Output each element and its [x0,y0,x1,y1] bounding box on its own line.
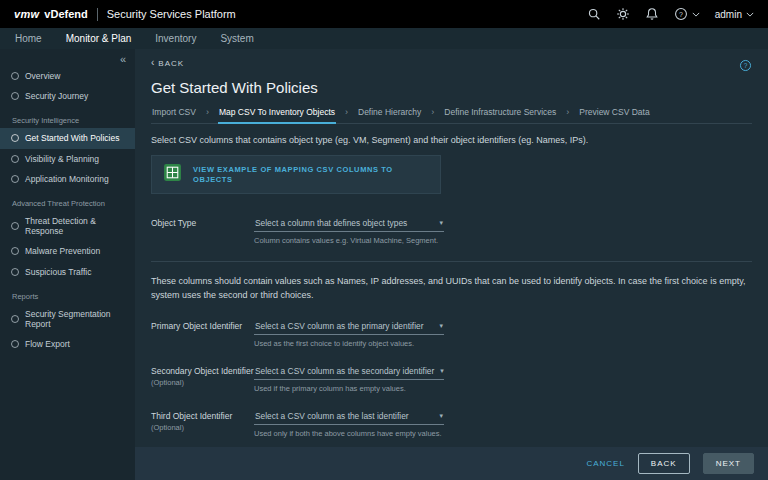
sidebar-item-label: Malware Prevention [25,246,100,256]
wizard-steps: Import CSV › Map CSV To Inventory Object… [151,107,752,124]
back-link-label: BACK [158,59,184,68]
user-name: admin [715,9,742,20]
object-type-select[interactable]: Select a column that defines object type… [254,216,444,232]
topbar: vmw vDefend Security Services Platform ? [0,0,768,28]
sidebar-item-label: Application Monitoring [25,174,109,184]
svg-text:?: ? [679,11,683,18]
flow-export-icon [11,340,19,348]
user-menu[interactable]: admin [715,9,754,20]
third-identifier-optional: (Optional) [151,423,254,432]
nav-item-home[interactable]: Home [15,33,42,44]
primary-identifier-helper: Used as the first choice to identify obj… [254,339,444,348]
nav-item-system[interactable]: System [220,33,253,44]
sidebar-collapse-button[interactable]: « [0,51,135,66]
sidebar-item-overview[interactable]: Overview [0,66,135,86]
back-button[interactable]: BACK [638,453,690,474]
chevron-down-icon [746,12,754,17]
primary-nav: Home Monitor & Plan Inventory System [0,28,768,49]
sidebar-item-get-started-with-policies[interactable]: Get Started With Policies [0,128,135,148]
object-type-label: Object Type [151,216,254,245]
app-root: vmw vDefend Security Services Platform ? [0,0,768,480]
sidebar-section-advanced-threat-protection: Advanced Threat Protection [0,189,135,211]
sidebar-item-security-journey[interactable]: Security Journey [0,86,135,106]
topbar-divider [97,8,98,21]
sidebar-section-security-intelligence: Security Intelligence [0,106,135,128]
chevron-down-icon: ▾ [439,219,443,227]
collapse-icon: « [120,54,126,65]
wizard-panel: ‹ BACK ? Get Started With Policies Impor… [135,49,768,447]
sidebar: « Overview Security Journey Security Int… [0,49,135,480]
mapping-form: Object Type Select a column that defines… [151,216,752,438]
page-body: « Overview Security Journey Security Int… [0,49,768,480]
chevron-down-icon: ▾ [439,322,443,330]
sidebar-item-label: Get Started With Policies [25,133,119,143]
vmware-logo: vmw [14,8,39,20]
chevron-down-icon: ▾ [440,367,444,375]
chevron-right-icon: › [566,107,569,123]
back-link[interactable]: ‹ BACK [151,58,184,68]
third-identifier-helper: Used only if both the above columns have… [254,429,444,438]
secondary-identifier-helper: Used if the primary column has empty val… [254,384,444,393]
brand-name: vDefend [44,8,87,20]
step-preview-csv-data[interactable]: Preview CSV Data [578,107,650,123]
bell-icon[interactable] [645,7,659,21]
visibility-icon [11,155,19,163]
sidebar-item-security-segmentation-report[interactable]: Security Segmentation Report [0,304,135,334]
primary-identifier-select-value: Select a CSV column as the primary ident… [255,321,424,331]
step-define-hierarchy[interactable]: Define Hierarchy [357,107,422,123]
policies-icon [11,134,19,142]
object-type-helper: Column contains values e.g. Virtual Mach… [254,236,444,245]
step-map-csv[interactable]: Map CSV To Inventory Objects [218,107,336,124]
object-type-select-value: Select a column that defines object type… [255,218,407,228]
step-import-csv[interactable]: Import CSV [151,107,197,123]
secondary-identifier-row: Secondary Object Identifier (Optional) S… [151,364,752,393]
sidebar-item-label: Threat Detection & Response [25,216,129,236]
sidebar-item-label: Flow Export [25,339,70,349]
nav-item-monitor-plan[interactable]: Monitor & Plan [66,33,132,44]
page-title: Get Started With Policies [151,79,752,96]
chevron-right-icon: › [206,107,209,123]
sidebar-item-flow-export[interactable]: Flow Export [0,334,135,354]
segmentation-report-icon [11,315,19,323]
sidebar-item-application-monitoring[interactable]: Application Monitoring [0,169,135,189]
third-identifier-row: Third Object Identifier (Optional) Selec… [151,409,752,438]
identifiers-note: These columns should contain values such… [151,274,752,303]
help-menu[interactable]: ? [674,7,700,21]
sidebar-item-visibility-planning[interactable]: Visibility & Planning [0,149,135,169]
object-type-row: Object Type Select a column that defines… [151,216,752,245]
nav-item-inventory[interactable]: Inventory [155,33,196,44]
security-journey-icon [11,92,19,100]
next-button[interactable]: NEXT [703,453,754,474]
app-monitoring-icon [11,175,19,183]
third-identifier-select[interactable]: Select a CSV column as the last identifi… [254,409,444,425]
back-row: ‹ BACK ? [151,58,752,76]
sidebar-item-suspicious-traffic[interactable]: Suspicious Traffic [0,262,135,282]
gear-icon[interactable] [616,7,630,21]
third-identifier-label: Third Object Identifier [151,409,254,422]
view-example-link[interactable]: VIEW EXAMPLE OF MAPPING CSV COLUMNS TO O… [193,165,429,185]
secondary-identifier-select-value: Select a CSV column as the secondary ide… [255,366,434,376]
chevron-right-icon: › [345,107,348,123]
section-divider [151,261,752,262]
primary-identifier-select[interactable]: Select a CSV column as the primary ident… [254,319,444,335]
chevron-down-icon [692,12,700,17]
sidebar-section-reports: Reports [0,282,135,304]
search-icon[interactable] [587,7,601,21]
svg-text:?: ? [744,62,748,69]
sidebar-item-threat-detection-response[interactable]: Threat Detection & Response [0,211,135,241]
secondary-identifier-select[interactable]: Select a CSV column as the secondary ide… [254,364,444,380]
suspicious-traffic-icon [11,268,19,276]
chevron-left-icon: ‹ [151,58,155,68]
sidebar-item-malware-prevention[interactable]: Malware Prevention [0,241,135,261]
step-define-infrastructure-services[interactable]: Define Infrastructure Services [443,107,557,123]
topbar-actions: ? admin [587,7,754,21]
csv-file-icon [163,163,182,186]
sidebar-item-label: Security Journey [25,91,88,101]
sidebar-item-label: Overview [25,71,60,81]
malware-prevention-icon [11,247,19,255]
page-help-icon[interactable]: ? [739,58,752,76]
cancel-button[interactable]: CANCEL [586,459,624,468]
primary-identifier-label: Primary Object Identifier [151,319,254,348]
secondary-identifier-label: Secondary Object Identifier [151,364,254,377]
chevron-down-icon: ▾ [439,412,443,420]
